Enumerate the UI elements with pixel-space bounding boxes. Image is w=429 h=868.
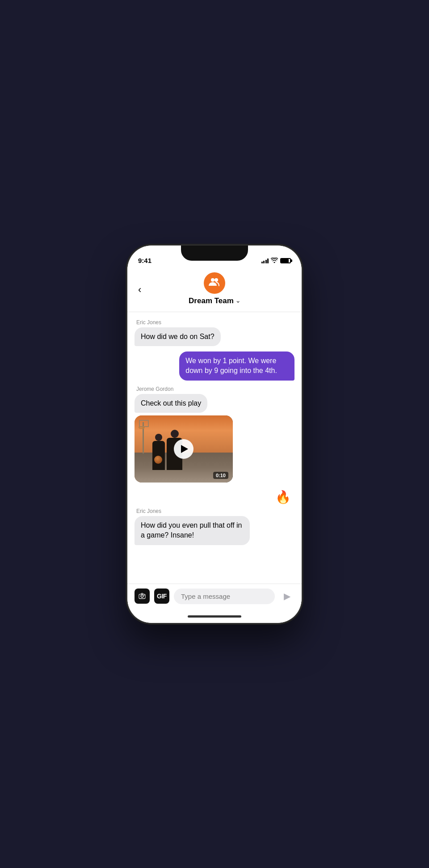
home-indicator	[127, 610, 302, 623]
hoop-board	[139, 420, 149, 427]
bubble-1: How did we do on Sat?	[135, 327, 221, 346]
message-input[interactable]	[174, 589, 275, 604]
play-triangle-icon	[181, 445, 188, 453]
sender-name-1: Eric Jones	[136, 319, 161, 326]
message-group-1: Eric Jones How did we do on Sat?	[135, 319, 294, 346]
header-title[interactable]: Dream Team ⌄	[189, 296, 240, 305]
message-group-5: Eric Jones How did you even pull that of…	[135, 508, 294, 545]
gif-button[interactable]: GIF	[154, 589, 169, 604]
bubble-5: How did you even pull that off in a game…	[135, 516, 250, 545]
video-duration: 0:10	[213, 472, 228, 479]
battery-icon	[280, 258, 291, 263]
wifi-icon	[271, 258, 278, 264]
input-bar: GIF ▶	[127, 584, 302, 610]
chat-header: ‹ Dream Team ⌄	[127, 268, 302, 312]
svg-point-1	[214, 278, 218, 282]
chevron-down-icon: ⌄	[236, 297, 240, 304]
bubble-3: Check out this play	[135, 394, 207, 413]
chat-area: Eric Jones How did we do on Sat? We won …	[127, 312, 302, 584]
group-icon	[209, 277, 220, 289]
play-button[interactable]	[174, 439, 193, 459]
bubble-2: We won by 1 point. We were down by 9 goi…	[179, 351, 294, 381]
send-button[interactable]: ▶	[279, 589, 294, 604]
reaction-emoji[interactable]: 🔥	[275, 490, 291, 504]
reaction-row: 🔥	[135, 490, 294, 504]
phone-shell: 9:41	[127, 246, 302, 623]
back-button[interactable]: ‹	[136, 282, 143, 297]
notch	[181, 246, 248, 261]
sender-name-5: Eric Jones	[136, 508, 161, 514]
svg-point-0	[211, 278, 214, 282]
video-thumbnail[interactable]: 0:10	[135, 415, 233, 483]
phone-screen: 9:41	[127, 246, 302, 623]
header-center: Dream Team ⌄	[189, 272, 240, 305]
status-time: 9:41	[138, 257, 151, 264]
home-bar	[188, 615, 241, 618]
message-group-2: We won by 1 point. We were down by 9 goi…	[135, 351, 294, 381]
gif-label: GIF	[157, 593, 167, 600]
hoop-rim	[139, 427, 145, 429]
signal-icon	[261, 258, 269, 263]
svg-point-3	[144, 595, 145, 596]
sender-name-3: Jerome Gordon	[136, 386, 173, 392]
group-avatar	[204, 272, 225, 294]
send-arrow-icon: ▶	[284, 591, 290, 601]
camera-button[interactable]	[135, 589, 150, 604]
camera-icon	[138, 593, 146, 599]
status-icons	[261, 258, 291, 264]
basketball	[154, 456, 162, 464]
message-group-3: Jerome Gordon Check out this play	[135, 386, 294, 483]
